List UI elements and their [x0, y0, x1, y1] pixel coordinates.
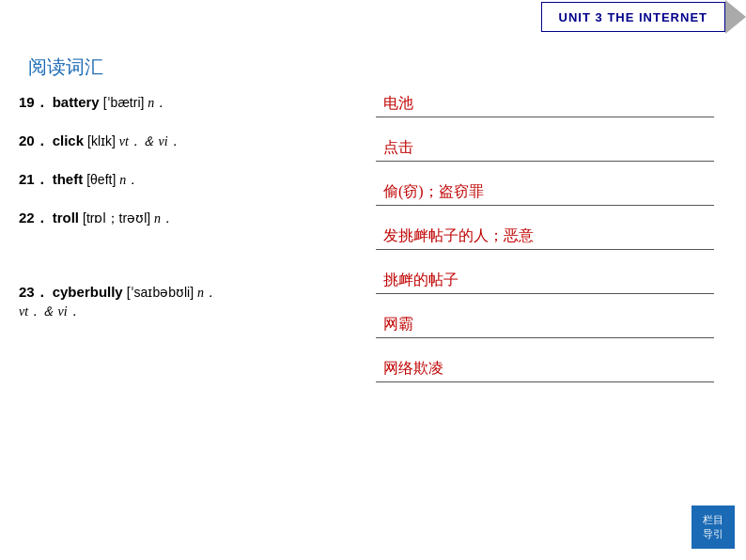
header-box: UNIT 3 THE INTERNET	[541, 2, 725, 32]
vocab-word-22: troll	[53, 210, 79, 226]
meaning-text-20: 点击	[376, 138, 413, 158]
vocab-item-19: 19． battery [ˈbætri] n．	[19, 94, 376, 112]
arrow-icon	[725, 0, 746, 34]
section-title: 阅读词汇	[28, 54, 103, 80]
nav-button[interactable]: 栏目 导引	[692, 506, 735, 549]
vocab-number-23: 23．	[19, 284, 49, 300]
vocab-item-20: 20． click [klɪk] vt．＆ vi．	[19, 132, 376, 150]
vocab-pos-19: n．	[148, 96, 167, 110]
meaning-text-23a: 网霸	[376, 315, 413, 334]
meanings-column: 电池 点击 偷(窃)；盗窃罪 发挑衅帖子的人；恶意 挑衅的帖子 网霸 网络欺凌	[376, 94, 714, 403]
vocab-pos-23: n．	[197, 286, 217, 300]
nav-button-text: 栏目 导引	[703, 513, 723, 542]
meaning-row-22b: 挑衅的帖子	[376, 271, 714, 294]
vocab-word-23: cyberbully	[53, 284, 123, 300]
meaning-row-19: 电池	[376, 94, 714, 117]
meaning-row-23b: 网络欺凌	[376, 359, 714, 382]
nav-button-line1: 栏目	[703, 514, 723, 525]
vocab-number-19: 19．	[19, 94, 49, 110]
vocab-word-19: battery	[53, 94, 100, 110]
meaning-row-21: 偷(窃)；盗窃罪	[376, 182, 714, 206]
vocab-phonetic-23: [ˈsaɪbəbʊli]	[127, 285, 197, 300]
vocab-pos-21: n．	[119, 173, 139, 187]
header-title: UNIT 3 THE INTERNET	[559, 10, 707, 24]
meaning-row-20: 点击	[376, 138, 714, 162]
vocab-number-21: 21．	[19, 171, 49, 187]
vocab-item-22: 22． troll [trɒl；trəʊl] n．	[19, 210, 376, 227]
vocab-list: 19． battery [ˈbætri] n． 20． click [klɪk]…	[19, 94, 376, 341]
vocab-number-22: 22．	[19, 210, 49, 226]
vocab-number-20: 20．	[19, 132, 49, 148]
header: UNIT 3 THE INTERNET	[541, 0, 746, 34]
meaning-text-19: 电池	[376, 94, 413, 114]
meaning-text-23b: 网络欺凌	[376, 359, 443, 379]
nav-button-line2: 导引	[703, 528, 723, 539]
vocab-pos-22: n．	[154, 211, 174, 226]
meaning-row-23a: 网霸	[376, 315, 714, 338]
meaning-row-22a: 发挑衅帖子的人；恶意	[376, 226, 714, 250]
vocab-phonetic-21: [θeft]	[86, 172, 119, 187]
meaning-text-22a: 发挑衅帖子的人；恶意	[376, 226, 534, 246]
vocab-word-21: theft	[53, 171, 84, 187]
vocab-phonetic-22: [trɒl；trəʊl]	[83, 210, 154, 226]
meaning-text-21: 偷(窃)；盗窃罪	[376, 182, 484, 202]
meaning-text-22b: 挑衅的帖子	[376, 271, 458, 290]
vocab-item-23: 23． cyberbully [ˈsaɪbəbʊli] n． vt．＆ vi．	[19, 284, 376, 320]
vocab-pos-line2-23: vt．＆ vi．	[19, 303, 376, 320]
vocab-word-20: click	[53, 132, 84, 148]
vocab-phonetic-19: [ˈbætri]	[103, 95, 148, 110]
vocab-item-21: 21． theft [θeft] n．	[19, 171, 376, 189]
vocab-phonetic-20: [klɪk]	[87, 133, 119, 148]
vocab-pos-20: vt．＆ vi．	[119, 134, 181, 148]
